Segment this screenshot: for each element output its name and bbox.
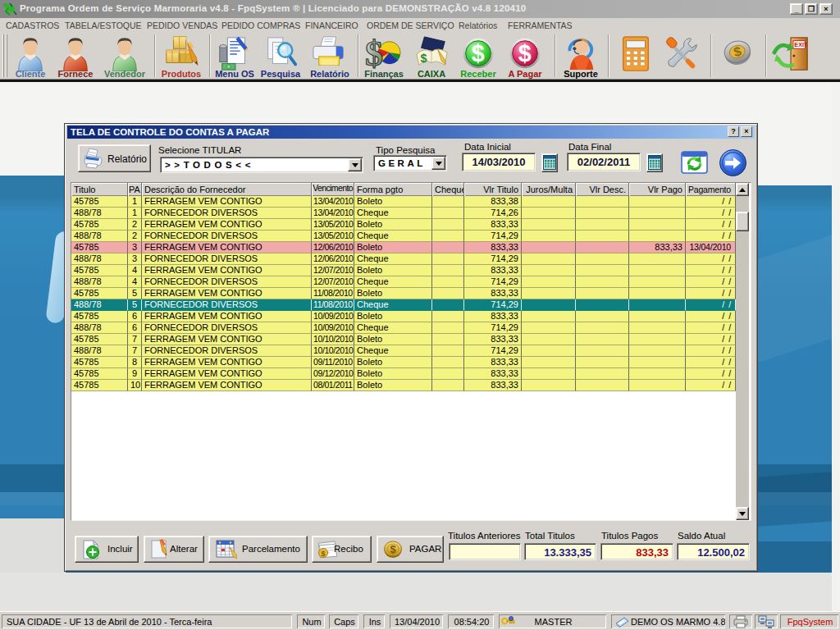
svg-text:$: $ [518,40,532,66]
svg-text:$: $ [365,35,383,71]
svg-text:EXIT: EXIT [794,42,808,48]
svg-text:$: $ [421,52,427,65]
svg-text:$: $ [472,40,485,66]
svg-text:$: $ [322,550,326,558]
svg-text:$: $ [390,543,397,555]
